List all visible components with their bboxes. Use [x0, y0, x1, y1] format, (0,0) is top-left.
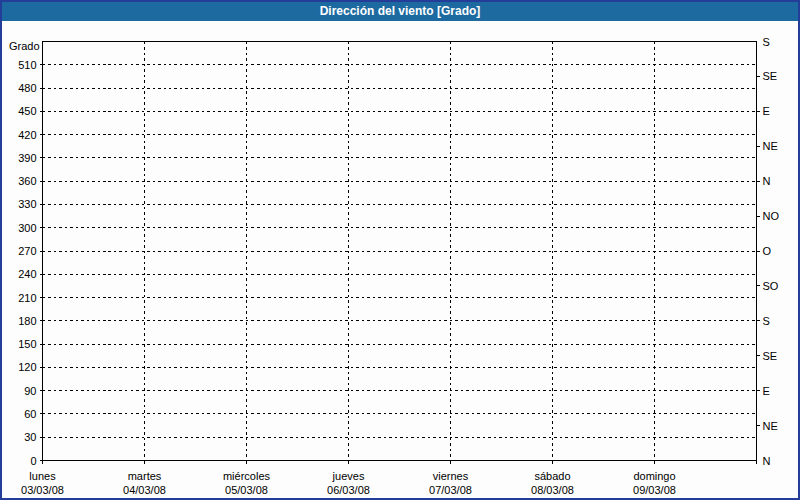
chart-window: Dirección del viento [Grado] 03060901201… [0, 0, 800, 500]
y-tick-label: 210 [18, 292, 36, 304]
x-date-label: 07/03/08 [429, 484, 472, 496]
x-weekday-label: viernes [433, 470, 469, 482]
y-tick-label: 480 [18, 82, 36, 94]
compass-tick-label: S [763, 36, 770, 48]
compass-tick-label: NO [763, 210, 780, 222]
x-weekday-label: domingo [633, 470, 675, 482]
y-tick-label: 30 [24, 431, 36, 443]
compass-tick-label: E [763, 105, 770, 117]
y-tick-label: 150 [18, 338, 36, 350]
compass-tick-label: E [763, 385, 770, 397]
compass-tick-label: O [763, 245, 772, 257]
y-tick-label: 450 [18, 105, 36, 117]
compass-tick-label: N [763, 455, 771, 467]
y-tick-label: 420 [18, 129, 36, 141]
x-date-label: 09/03/08 [633, 484, 676, 496]
y-tick-label: 360 [18, 175, 36, 187]
x-weekday-label: miércoles [223, 470, 271, 482]
chart-title: Dirección del viento [Grado] [320, 4, 481, 18]
x-weekday-label: martes [128, 470, 162, 482]
y-axis-title: Grado [9, 40, 40, 52]
y-tick-label: 180 [18, 315, 36, 327]
x-date-label: 06/03/08 [327, 484, 370, 496]
y-tick-label: 300 [18, 222, 36, 234]
x-date-label: 08/03/08 [531, 484, 574, 496]
y-tick-label: 120 [18, 361, 36, 373]
compass-tick-label: SE [763, 70, 778, 82]
compass-tick-label: N [763, 175, 771, 187]
compass-tick-label: NE [763, 420, 778, 432]
compass-tick-label: S [763, 315, 770, 327]
chart-area: 0306090120150180210240270300330360390420… [2, 2, 798, 498]
x-date-label: 04/03/08 [123, 484, 166, 496]
y-tick-label: 270 [18, 245, 36, 257]
y-tick-label: 510 [18, 59, 36, 71]
x-date-label: 03/03/08 [21, 484, 64, 496]
x-weekday-label: jueves [332, 470, 365, 482]
y-tick-label: 0 [30, 455, 36, 467]
compass-tick-label: SO [763, 280, 779, 292]
y-tick-label: 390 [18, 152, 36, 164]
x-date-label: 05/03/08 [225, 484, 268, 496]
y-tick-label: 90 [24, 385, 36, 397]
title-bar: Dirección del viento [Grado] [0, 0, 800, 21]
y-tick-label: 330 [18, 198, 36, 210]
compass-tick-label: SE [763, 350, 778, 362]
x-weekday-label: lunes [29, 470, 56, 482]
wind-direction-chart-svg: 0306090120150180210240270300330360390420… [2, 2, 798, 498]
compass-tick-label: NE [763, 140, 778, 152]
y-tick-label: 240 [18, 268, 36, 280]
x-weekday-label: sábado [534, 470, 570, 482]
y-tick-label: 60 [24, 408, 36, 420]
